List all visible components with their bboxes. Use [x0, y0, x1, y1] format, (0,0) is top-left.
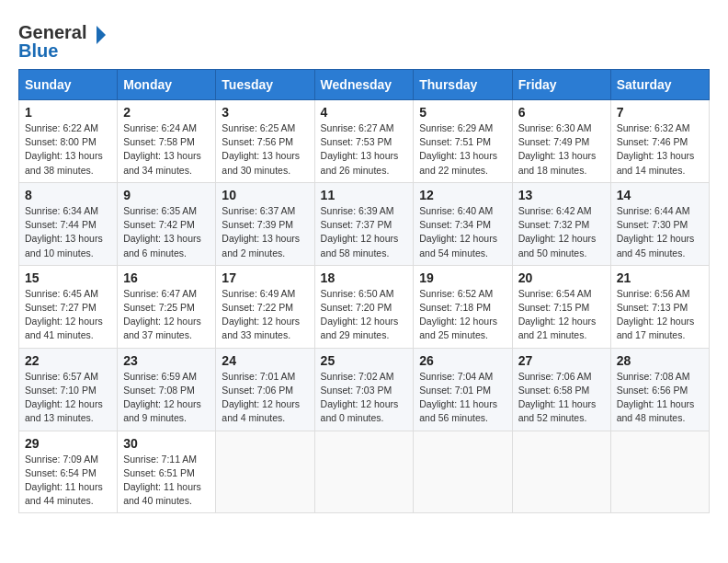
calendar-cell: 28Sunrise: 7:08 AM Sunset: 6:56 PM Dayli… — [610, 348, 709, 431]
day-number: 7 — [617, 105, 703, 120]
day-info: Sunrise: 6:40 AM Sunset: 7:34 PM Dayligh… — [419, 204, 506, 260]
calendar-cell: 20Sunrise: 6:54 AM Sunset: 7:15 PM Dayli… — [512, 265, 610, 348]
calendar-cell — [610, 431, 709, 513]
day-number: 4 — [321, 105, 408, 120]
day-number: 8 — [25, 188, 111, 202]
day-info: Sunrise: 6:39 AM Sunset: 7:37 PM Dayligh… — [321, 204, 408, 260]
day-info: Sunrise: 6:50 AM Sunset: 7:20 PM Dayligh… — [321, 287, 408, 343]
calendar-header-sunday: Sunday — [19, 70, 118, 100]
calendar-cell: 16Sunrise: 6:47 AM Sunset: 7:25 PM Dayli… — [118, 265, 216, 348]
calendar-cell: 3Sunrise: 6:25 AM Sunset: 7:56 PM Daylig… — [216, 100, 314, 183]
day-info: Sunrise: 7:04 AM Sunset: 7:01 PM Dayligh… — [419, 370, 506, 426]
day-number: 26 — [419, 353, 506, 368]
day-info: Sunrise: 7:09 AM Sunset: 6:54 PM Dayligh… — [25, 453, 111, 509]
day-number: 21 — [617, 270, 703, 285]
day-number: 14 — [617, 188, 703, 202]
calendar-cell — [414, 431, 512, 513]
day-info: Sunrise: 6:54 AM Sunset: 7:15 PM Dayligh… — [518, 287, 605, 343]
day-info: Sunrise: 6:44 AM Sunset: 7:30 PM Dayligh… — [617, 204, 703, 260]
day-info: Sunrise: 6:57 AM Sunset: 7:10 PM Dayligh… — [25, 370, 111, 426]
calendar-cell: 1Sunrise: 6:22 AM Sunset: 8:00 PM Daylig… — [19, 100, 118, 183]
calendar-header-row: SundayMondayTuesdayWednesdayThursdayFrid… — [19, 70, 710, 100]
calendar-cell: 18Sunrise: 6:50 AM Sunset: 7:20 PM Dayli… — [314, 265, 414, 348]
calendar-cell: 10Sunrise: 6:37 AM Sunset: 7:39 PM Dayli… — [216, 182, 314, 265]
day-number: 23 — [123, 353, 210, 368]
calendar-cell: 7Sunrise: 6:32 AM Sunset: 7:46 PM Daylig… — [610, 100, 709, 183]
day-number: 5 — [419, 105, 506, 120]
day-info: Sunrise: 7:08 AM Sunset: 6:56 PM Dayligh… — [617, 370, 703, 426]
calendar-cell: 22Sunrise: 6:57 AM Sunset: 7:10 PM Dayli… — [19, 348, 118, 431]
day-info: Sunrise: 6:22 AM Sunset: 8:00 PM Dayligh… — [25, 121, 111, 178]
calendar-header-thursday: Thursday — [414, 70, 512, 100]
day-number: 28 — [617, 353, 703, 368]
day-info: Sunrise: 6:56 AM Sunset: 7:13 PM Dayligh… — [617, 287, 703, 343]
day-number: 27 — [518, 353, 605, 368]
day-info: Sunrise: 6:27 AM Sunset: 7:53 PM Dayligh… — [321, 121, 408, 178]
calendar-cell: 23Sunrise: 6:59 AM Sunset: 7:08 PM Dayli… — [118, 348, 216, 431]
day-info: Sunrise: 6:30 AM Sunset: 7:49 PM Dayligh… — [518, 121, 605, 178]
day-info: Sunrise: 6:37 AM Sunset: 7:39 PM Dayligh… — [222, 204, 308, 260]
day-number: 20 — [518, 270, 605, 285]
calendar-cell: 11Sunrise: 6:39 AM Sunset: 7:37 PM Dayli… — [314, 182, 414, 265]
day-info: Sunrise: 6:34 AM Sunset: 7:44 PM Dayligh… — [25, 204, 111, 260]
calendar-week-row: 1Sunrise: 6:22 AM Sunset: 8:00 PM Daylig… — [19, 100, 710, 183]
calendar-cell — [512, 431, 610, 513]
day-number: 12 — [419, 188, 506, 202]
day-info: Sunrise: 7:11 AM Sunset: 6:51 PM Dayligh… — [123, 453, 210, 509]
calendar-header-tuesday: Tuesday — [216, 70, 314, 100]
day-info: Sunrise: 6:29 AM Sunset: 7:51 PM Dayligh… — [419, 121, 506, 178]
day-number: 25 — [321, 353, 408, 368]
calendar-header-wednesday: Wednesday — [314, 70, 414, 100]
day-info: Sunrise: 6:47 AM Sunset: 7:25 PM Dayligh… — [123, 287, 210, 343]
svg-text:Blue: Blue — [18, 40, 58, 60]
calendar-cell: 8Sunrise: 6:34 AM Sunset: 7:44 PM Daylig… — [19, 182, 118, 265]
logo: GeneralBlue — [18, 18, 129, 60]
day-number: 15 — [25, 270, 111, 285]
calendar-cell: 17Sunrise: 6:49 AM Sunset: 7:22 PM Dayli… — [216, 265, 314, 348]
page-header: GeneralBlue — [18, 18, 710, 60]
day-number: 19 — [419, 270, 506, 285]
day-number: 30 — [123, 436, 210, 451]
day-info: Sunrise: 6:35 AM Sunset: 7:42 PM Dayligh… — [123, 204, 210, 260]
day-number: 29 — [25, 436, 111, 451]
calendar-table: SundayMondayTuesdayWednesdayThursdayFrid… — [18, 69, 710, 513]
calendar-week-row: 15Sunrise: 6:45 AM Sunset: 7:27 PM Dayli… — [19, 265, 710, 348]
calendar-week-row: 22Sunrise: 6:57 AM Sunset: 7:10 PM Dayli… — [19, 348, 710, 431]
calendar-week-row: 8Sunrise: 6:34 AM Sunset: 7:44 PM Daylig… — [19, 182, 710, 265]
day-number: 16 — [123, 270, 210, 285]
calendar-cell: 29Sunrise: 7:09 AM Sunset: 6:54 PM Dayli… — [19, 431, 118, 513]
calendar-header-saturday: Saturday — [610, 70, 709, 100]
day-number: 3 — [222, 105, 308, 120]
day-number: 13 — [518, 188, 605, 202]
calendar-cell: 13Sunrise: 6:42 AM Sunset: 7:32 PM Dayli… — [512, 182, 610, 265]
calendar-week-row: 29Sunrise: 7:09 AM Sunset: 6:54 PM Dayli… — [19, 431, 710, 513]
calendar-cell: 2Sunrise: 6:24 AM Sunset: 7:58 PM Daylig… — [118, 100, 216, 183]
day-number: 18 — [321, 270, 408, 285]
day-number: 6 — [518, 105, 605, 120]
day-info: Sunrise: 6:24 AM Sunset: 7:58 PM Dayligh… — [123, 121, 210, 178]
day-info: Sunrise: 6:52 AM Sunset: 7:18 PM Dayligh… — [419, 287, 506, 343]
calendar-cell: 6Sunrise: 6:30 AM Sunset: 7:49 PM Daylig… — [512, 100, 610, 183]
day-number: 24 — [222, 353, 308, 368]
day-number: 2 — [123, 105, 210, 120]
day-info: Sunrise: 6:45 AM Sunset: 7:27 PM Dayligh… — [25, 287, 111, 343]
day-info: Sunrise: 7:01 AM Sunset: 7:06 PM Dayligh… — [222, 370, 308, 426]
day-number: 11 — [321, 188, 408, 202]
calendar-cell — [216, 431, 314, 513]
day-number: 22 — [25, 353, 111, 368]
logo-svg: GeneralBlue — [18, 18, 129, 60]
calendar-cell: 12Sunrise: 6:40 AM Sunset: 7:34 PM Dayli… — [414, 182, 512, 265]
day-number: 17 — [222, 270, 308, 285]
day-info: Sunrise: 6:59 AM Sunset: 7:08 PM Dayligh… — [123, 370, 210, 426]
day-info: Sunrise: 6:49 AM Sunset: 7:22 PM Dayligh… — [222, 287, 308, 343]
calendar-cell: 27Sunrise: 7:06 AM Sunset: 6:58 PM Dayli… — [512, 348, 610, 431]
calendar-cell: 30Sunrise: 7:11 AM Sunset: 6:51 PM Dayli… — [118, 431, 216, 513]
day-info: Sunrise: 6:42 AM Sunset: 7:32 PM Dayligh… — [518, 204, 605, 260]
calendar-cell: 4Sunrise: 6:27 AM Sunset: 7:53 PM Daylig… — [314, 100, 414, 183]
calendar-cell — [314, 431, 414, 513]
svg-marker-1 — [97, 26, 106, 44]
day-number: 1 — [25, 105, 111, 120]
calendar-header-friday: Friday — [512, 70, 610, 100]
day-info: Sunrise: 6:25 AM Sunset: 7:56 PM Dayligh… — [222, 121, 308, 178]
calendar-cell: 25Sunrise: 7:02 AM Sunset: 7:03 PM Dayli… — [314, 348, 414, 431]
